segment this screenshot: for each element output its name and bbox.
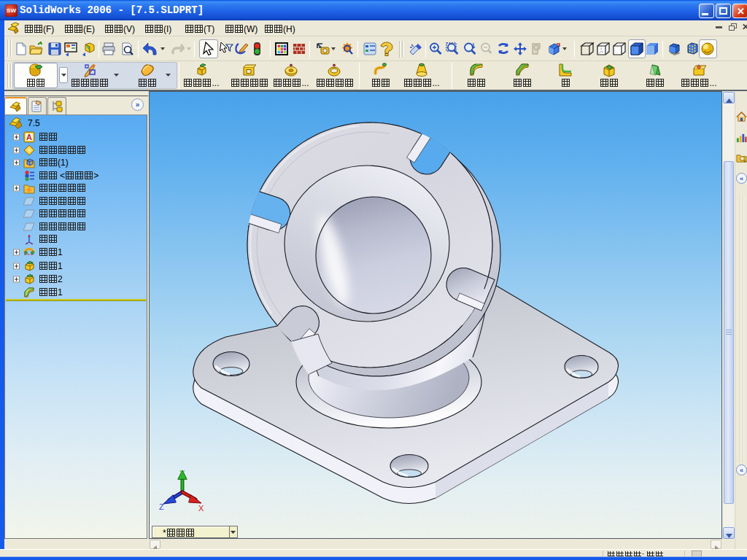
svg-text:A: A xyxy=(26,133,32,141)
svg-text:Y: Y xyxy=(179,469,185,478)
svg-text:X: X xyxy=(198,504,204,513)
svg-text:Z: Z xyxy=(159,502,164,511)
